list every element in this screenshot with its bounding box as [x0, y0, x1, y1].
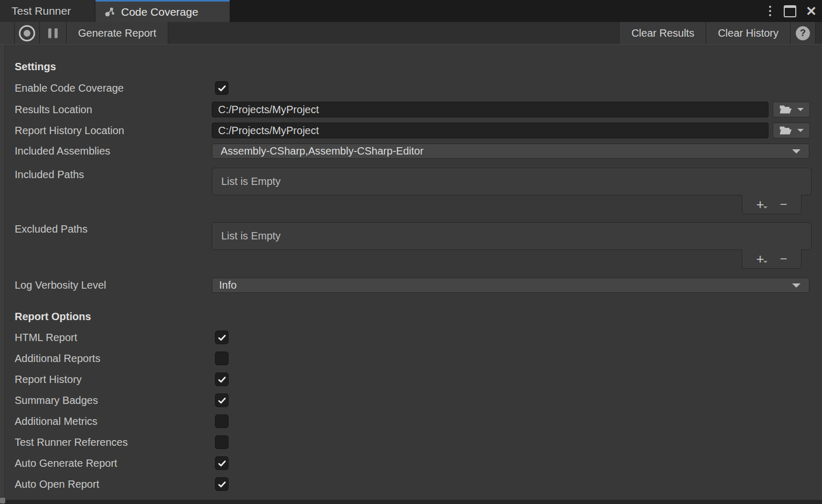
minus-icon: − — [780, 252, 787, 266]
enable-code-coverage-checkbox[interactable] — [215, 81, 229, 95]
check-icon — [217, 396, 227, 406]
report-option-label: Report History — [15, 372, 82, 387]
list-empty-text: List is Empty — [221, 176, 280, 188]
log-verbosity-level-dropdown[interactable]: Info — [212, 278, 809, 293]
window-controls: ✕ — [766, 0, 817, 22]
report-option-checkbox[interactable] — [215, 414, 229, 428]
report-option-label: Summary Badges — [15, 393, 98, 408]
enable-code-coverage-label: Enable Code Coverage — [15, 81, 124, 95]
close-icon[interactable]: ✕ — [806, 5, 817, 18]
plus-icon: + — [756, 252, 764, 266]
excluded-paths-label: Excluded Paths — [15, 222, 88, 236]
code-coverage-window: Test Runner Code Coverage ✕ — [0, 0, 822, 504]
clear-results-button[interactable]: Clear Results — [619, 22, 706, 44]
tab-test-runner-label: Test Runner — [12, 5, 71, 17]
pause-button[interactable] — [40, 22, 67, 44]
included-paths-remove-button[interactable]: − — [780, 198, 787, 211]
report-option-checkbox[interactable] — [215, 331, 229, 344]
bottom-edge-strip — [0, 500, 822, 504]
chevron-down-icon — [792, 283, 801, 288]
resize-grip[interactable] — [0, 498, 5, 503]
report-option-checkbox[interactable] — [215, 456, 229, 470]
help-button[interactable]: ? — [791, 22, 816, 44]
report-option-label: Additional Reports — [15, 352, 100, 366]
report-option-label: HTML Report — [15, 331, 77, 345]
tab-bar: Test Runner Code Coverage ✕ — [0, 0, 822, 22]
report-history-location-label: Report History Location — [15, 123, 124, 138]
excluded-paths-add-button[interactable]: + — [756, 252, 768, 266]
toolbar-right-group: Clear Results Clear History ? — [619, 22, 816, 44]
included-assemblies-label: Included Assemblies — [15, 144, 110, 159]
report-option-label: Test Runner References — [15, 435, 128, 450]
maximize-icon[interactable] — [784, 5, 796, 17]
generate-report-button[interactable]: Generate Report — [67, 22, 168, 44]
check-icon — [217, 458, 227, 468]
check-icon — [217, 375, 227, 385]
included-assemblies-dropdown[interactable]: Assembly-CSharp,Assembly-CSharp-Editor — [212, 144, 809, 159]
chevron-down-icon — [763, 261, 767, 263]
excluded-paths-remove-button[interactable]: − — [780, 252, 787, 266]
report-option-checkbox[interactable] — [215, 393, 229, 407]
check-icon — [217, 333, 227, 343]
report-history-location-field[interactable]: C:/Projects/MyProject — [212, 123, 769, 138]
included-paths-list: List is Empty — [212, 168, 812, 195]
toolbar-spacer — [0, 22, 15, 44]
chevron-down-icon — [792, 149, 801, 154]
report-options-section-header: Report Options — [15, 310, 91, 323]
left-edge-strip — [0, 45, 5, 500]
pause-icon — [48, 28, 58, 38]
report-option-checkbox[interactable] — [215, 352, 229, 365]
record-icon — [19, 25, 35, 41]
included-paths-label: Included Paths — [15, 168, 84, 182]
list-empty-text: List is Empty — [221, 230, 280, 242]
results-location-field[interactable]: C:/Projects/MyProject — [212, 102, 769, 117]
report-option-checkbox[interactable] — [215, 477, 229, 491]
chevron-down-icon — [763, 206, 767, 209]
results-location-browse-button[interactable] — [773, 102, 810, 117]
check-icon — [217, 479, 227, 489]
toolbar: Generate Report Clear Results Clear Hist… — [0, 22, 822, 45]
chevron-down-icon — [797, 108, 804, 111]
open-folder-icon — [779, 104, 793, 115]
included-assemblies-value: Assembly-CSharp,Assembly-CSharp-Editor — [221, 145, 792, 157]
results-location-label: Results Location — [15, 102, 92, 117]
kebab-menu-icon[interactable] — [766, 4, 774, 18]
excluded-paths-list-footer: + − — [742, 249, 802, 269]
record-button[interactable] — [15, 22, 40, 44]
minus-icon: − — [780, 198, 787, 211]
check-icon — [217, 83, 227, 93]
chevron-down-icon — [797, 129, 804, 132]
toolbar-left-group: Generate Report — [0, 22, 168, 44]
report-option-label: Additional Metrics — [15, 414, 98, 429]
help-icon: ? — [796, 26, 810, 40]
report-option-label: Auto Open Report — [15, 477, 99, 491]
clear-history-button[interactable]: Clear History — [706, 22, 791, 44]
open-folder-icon — [779, 125, 793, 136]
report-option-label: Auto Generate Report — [15, 456, 117, 470]
report-option-checkbox[interactable] — [215, 435, 229, 449]
excluded-paths-list: List is Empty — [212, 222, 812, 250]
report-history-location-browse-button[interactable] — [773, 123, 810, 138]
code-coverage-icon — [104, 6, 116, 18]
tab-code-coverage-label: Code Coverage — [121, 6, 198, 18]
settings-section-header: Settings — [15, 60, 56, 73]
tab-test-runner[interactable]: Test Runner — [0, 0, 95, 22]
log-verbosity-level-label: Log Verbosity Level — [15, 278, 106, 293]
plus-icon: + — [756, 198, 764, 211]
included-paths-list-footer: + − — [742, 195, 802, 214]
tab-code-coverage[interactable]: Code Coverage — [95, 0, 230, 22]
included-paths-add-button[interactable]: + — [756, 198, 768, 211]
report-option-checkbox[interactable] — [215, 372, 229, 386]
log-verbosity-level-value: Info — [219, 279, 792, 291]
